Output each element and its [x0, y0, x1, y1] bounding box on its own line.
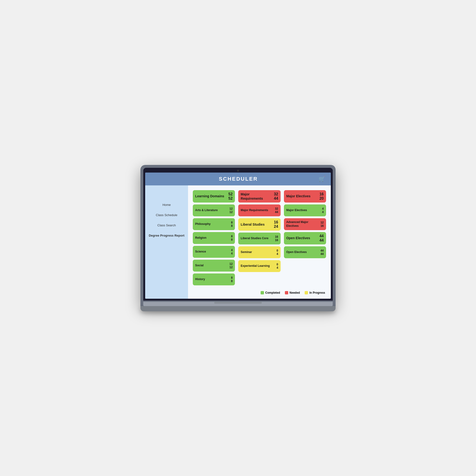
seminar-tile[interactable]: Seminar 0 4: [238, 246, 280, 258]
in-progress-dot: [305, 291, 308, 294]
learning-domains-header[interactable]: Learning Domains 52 52: [193, 190, 235, 203]
app-header: SCHEDULER 🛒: [145, 172, 331, 186]
legend-needed: Needed: [285, 291, 300, 294]
major-requirements-label: Major Requirements: [241, 192, 272, 201]
arts-literature-label: Arts & Literature: [195, 208, 228, 212]
sidebar-item-class-schedule[interactable]: Class Schedule: [145, 210, 188, 220]
religion-tile[interactable]: Religion 8 8: [193, 232, 235, 244]
history-tile[interactable]: History 8 8: [193, 273, 235, 285]
advanced-major-electives-numbers: 12 16: [321, 221, 324, 227]
experiential-learning-tile[interactable]: Experiential Learning 0 4: [238, 260, 280, 272]
in-progress-label: In Progress: [309, 291, 325, 294]
sidebar-item-degree-progress[interactable]: Degree Progress Report: [145, 230, 188, 241]
needed-label: Needed: [290, 291, 300, 294]
science-tile[interactable]: Science 4 4: [193, 246, 235, 258]
religion-numbers: 8 8: [231, 235, 233, 241]
history-numbers: 8 8: [231, 276, 233, 283]
tiles-grid: Learning Domains 52 52 Arts & Literature: [193, 190, 326, 285]
liberal-studies-label: Liberal Studies: [241, 222, 272, 227]
cart-icon[interactable]: 🛒: [319, 176, 325, 182]
sidebar-item-class-search[interactable]: Class Search: [145, 220, 188, 230]
liberal-studies-core-numbers: 16 16: [275, 235, 278, 242]
open-electives-label: Open Electives: [286, 236, 318, 240]
open-electives-header[interactable]: Open Electives 44 44: [284, 232, 326, 244]
philosophy-numbers: 8 8: [231, 221, 233, 227]
needed-dot: [285, 291, 288, 294]
open-electives-sub-tile[interactable]: Open Electives 44 44: [284, 246, 326, 258]
app-title: SCHEDULER: [219, 176, 258, 182]
major-requirements-column: Major Requirements 32 44 Major Requireme…: [238, 190, 280, 285]
science-label: Science: [195, 250, 230, 254]
experiential-learning-label: Experiential Learning: [241, 264, 275, 268]
experiential-learning-numbers: 0 4: [276, 263, 278, 270]
learning-domains-numbers: 52 52: [228, 192, 233, 201]
arts-literature-tile[interactable]: Arts & Literature 12 12: [193, 204, 235, 216]
open-electives-sub-numbers: 44 44: [321, 249, 324, 255]
main-content: Learning Domains 52 52 Arts & Literature: [188, 186, 331, 299]
learning-domains-column: Learning Domains 52 52 Arts & Literature: [193, 190, 235, 285]
advanced-major-electives-tile[interactable]: Advanced Major Electives 12 16: [284, 218, 326, 230]
major-electives-column: Major Electives 16 20 Major Electives: [284, 190, 326, 285]
screen: SCHEDULER 🛒 Home Class Schedule Class Se…: [145, 172, 331, 299]
legend-in-progress: In Progress: [305, 291, 325, 294]
liberal-studies-core-label: Liberal Studies Core: [241, 237, 273, 240]
screen-bezel: SCHEDULER 🛒 Home Class Schedule Class Se…: [143, 168, 333, 301]
social-tile[interactable]: Social 12 12: [193, 260, 235, 272]
advanced-major-electives-label: Advanced Major Electives: [286, 221, 319, 228]
major-electives-sub-numbers: 4 4: [322, 207, 324, 214]
philosophy-label: Philosophy: [195, 222, 230, 226]
major-requirements-sub-tile[interactable]: Major Requirements 32 44: [238, 204, 280, 216]
legend-completed: Completed: [261, 291, 280, 294]
major-requirements-sub-numbers: 32 44: [275, 207, 278, 214]
legend: Completed Needed In Progress: [193, 289, 326, 296]
laptop-body: SCHEDULER 🛒 Home Class Schedule Class Se…: [140, 165, 336, 306]
major-electives-sub-label: Major Electives: [286, 208, 321, 212]
major-requirements-sub-label: Major Requirements: [241, 208, 273, 212]
social-label: Social: [195, 264, 228, 268]
open-electives-numbers: 44 44: [319, 234, 324, 242]
sidebar-item-home[interactable]: Home: [145, 200, 188, 210]
laptop-base: [140, 306, 336, 311]
major-electives-numbers: 16 20: [319, 192, 324, 201]
science-numbers: 4 4: [231, 249, 233, 255]
arts-literature-numbers: 12 12: [229, 207, 233, 214]
liberal-studies-core-tile[interactable]: Liberal Studies Core 16 16: [238, 233, 280, 244]
history-label: History: [195, 277, 230, 281]
seminar-label: Seminar: [241, 250, 275, 254]
completed-dot: [261, 291, 264, 294]
liberal-studies-tile[interactable]: Liberal Studies 16 24: [238, 218, 280, 231]
social-numbers: 12 12: [229, 262, 233, 269]
laptop-wrapper: SCHEDULER 🛒 Home Class Schedule Class Se…: [140, 165, 336, 311]
learning-domains-label: Learning Domains: [195, 194, 227, 198]
camera-notch: [237, 170, 239, 171]
religion-label: Religion: [195, 236, 230, 240]
major-requirements-numbers: 32 44: [274, 192, 278, 201]
philosophy-tile[interactable]: Philosophy 8 8: [193, 218, 235, 230]
trackpad-bar: [214, 302, 262, 304]
sidebar: Home Class Schedule Class Search Degree …: [145, 186, 188, 299]
major-electives-label: Major Electives: [286, 194, 318, 198]
open-electives-sub-label: Open Electives: [286, 250, 319, 254]
major-electives-sub-tile[interactable]: Major Electives 4 4: [284, 204, 326, 216]
app-body: Home Class Schedule Class Search Degree …: [145, 186, 331, 299]
laptop-bottom: [143, 302, 333, 306]
major-requirements-header[interactable]: Major Requirements 32 44: [238, 190, 280, 203]
liberal-studies-numbers: 16 24: [274, 220, 278, 229]
major-electives-header[interactable]: Major Electives 16 20: [284, 190, 326, 203]
completed-label: Completed: [265, 291, 280, 294]
seminar-numbers: 0 4: [276, 249, 278, 255]
